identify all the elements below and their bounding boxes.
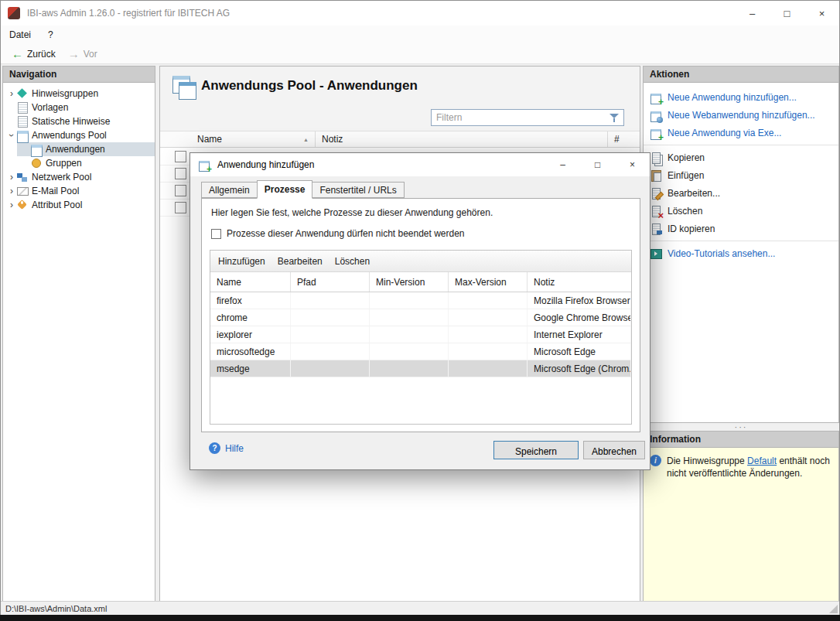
- process-table-header: Name Pfad Min-Version Max-Version Notiz: [210, 272, 631, 292]
- edit-process-button[interactable]: Bearbeiten: [278, 256, 323, 267]
- sidebar-item-gruppen[interactable]: Gruppen: [3, 156, 155, 170]
- resize-grip[interactable]: [829, 605, 838, 613]
- tab-allgemein[interactable]: Allgemein: [201, 182, 258, 198]
- column-header-notiz[interactable]: Notiz: [315, 131, 607, 147]
- action-label: Neue Anwendung hinzufügen...: [668, 92, 797, 103]
- action-label: Bearbeiten...: [668, 188, 720, 199]
- column-header-pfad[interactable]: Pfad: [291, 272, 370, 292]
- chevron-down-icon[interactable]: ›: [6, 130, 17, 141]
- action-copy[interactable]: Kopieren: [644, 148, 838, 166]
- row-checkbox[interactable]: [175, 185, 186, 196]
- cancel-button[interactable]: Abbrechen: [583, 441, 645, 459]
- process-row-msedge-selected[interactable]: msedge Microsoft Edge (Chrom...: [210, 360, 631, 377]
- sidebar-item-anwendungen[interactable]: Anwendungen: [3, 142, 155, 156]
- add-process-button[interactable]: Hinzufügen: [218, 256, 265, 267]
- sidebar-item-label: Anwendungen: [46, 144, 105, 155]
- video-tutorials-icon: [650, 247, 662, 260]
- menu-help[interactable]: ?: [39, 26, 62, 44]
- dialog-minimize-button[interactable]: –: [545, 153, 580, 176]
- grid-toolbar: Hinzufügen Bearbeiten Löschen: [210, 251, 631, 272]
- back-button[interactable]: ← Zurück: [5, 46, 62, 61]
- close-button[interactable]: ×: [804, 1, 839, 26]
- sidebar-item-hinweisgruppen[interactable]: › Hinweisgruppen: [3, 87, 155, 101]
- back-label: Zurück: [27, 49, 56, 60]
- sidebar-item-vorlagen[interactable]: Vorlagen: [3, 101, 155, 114]
- action-edit[interactable]: Bearbeiten...: [644, 184, 838, 202]
- process-row-chrome[interactable]: chrome Google Chrome Browser: [210, 309, 631, 326]
- action-copy-id[interactable]: ID kopieren: [644, 220, 838, 237]
- chevron-right-icon[interactable]: ›: [6, 186, 17, 196]
- default-group-link[interactable]: Default: [747, 456, 777, 466]
- save-button[interactable]: Speichern: [493, 441, 579, 459]
- help-link[interactable]: ? Hilfe: [209, 442, 244, 454]
- column-header-max-version[interactable]: Max-Version: [449, 272, 528, 292]
- action-new-web-application[interactable]: Neue Webanwendung hinzufügen...: [644, 106, 838, 124]
- column-header-count[interactable]: #: [607, 131, 640, 147]
- panel-splitter[interactable]: ···: [643, 423, 839, 431]
- netzwerk-pool-icon: [17, 172, 28, 183]
- row-checkbox[interactable]: [175, 168, 186, 179]
- back-arrow-icon: ←: [12, 48, 23, 60]
- copy-id-icon: [650, 223, 662, 235]
- cell-min-version: [370, 292, 449, 309]
- process-row-firefox[interactable]: firefox Mozilla Firefox Browser: [210, 292, 631, 309]
- sidebar-item-attribut-pool[interactable]: › Attribut Pool: [3, 198, 155, 212]
- column-header-name[interactable]: Name ▲: [191, 131, 315, 147]
- forward-button[interactable]: → Vor: [62, 46, 104, 61]
- minimize-icon: –: [560, 159, 565, 170]
- chevron-right-icon[interactable]: ›: [6, 200, 17, 210]
- sidebar-item-netzwerk-pool[interactable]: › Netzwerk Pool: [3, 170, 155, 184]
- dialog-close-button[interactable]: ×: [615, 153, 650, 176]
- process-row-microsoftedge[interactable]: microsoftedge Microsoft Edge: [210, 343, 631, 360]
- row-checkbox[interactable]: [175, 202, 186, 213]
- sidebar-item-statische-hinweise[interactable]: Statische Hinweise: [3, 114, 155, 128]
- no-kill-checkbox[interactable]: [211, 229, 221, 239]
- process-grid: Hinzufügen Bearbeiten Löschen Name Pfad …: [210, 250, 632, 425]
- add-application-icon: [198, 159, 210, 171]
- column-header-min-version[interactable]: Min-Version: [370, 272, 449, 292]
- close-icon: ×: [819, 8, 825, 19]
- action-new-application[interactable]: Neue Anwendung hinzufügen...: [644, 88, 838, 106]
- actions-header: Aktionen: [644, 67, 838, 83]
- information-header: Information: [644, 432, 838, 448]
- statische-hinweise-icon: [17, 116, 28, 127]
- no-kill-checkbox-row[interactable]: Prozesse dieser Anwendung dürfen nicht b…: [211, 228, 465, 239]
- column-header-notiz[interactable]: Notiz: [528, 272, 631, 292]
- sidebar-item-email-pool[interactable]: › E-Mail Pool: [3, 184, 155, 198]
- navigation-header: Navigation: [3, 67, 155, 83]
- edit-icon: [650, 187, 662, 200]
- cell-min-version: [370, 326, 449, 343]
- applications-table-header: Name ▲ Notiz #: [160, 131, 640, 148]
- minimize-icon: –: [750, 8, 755, 19]
- hinweisgruppen-icon: [17, 88, 28, 99]
- cell-pfad: [291, 360, 370, 377]
- navigation-tree: › Hinweisgruppen Vorlagen Statische Hinw…: [3, 83, 155, 212]
- prozesse-tab-page: Hier legen Sie fest, welche Prozesse zu …: [201, 198, 640, 432]
- maximize-button[interactable]: □: [770, 1, 804, 26]
- checkbox-label: Prozesse dieser Anwendung dürfen nicht b…: [227, 228, 465, 239]
- sidebar-item-anwendungs-pool[interactable]: › Anwendungs Pool: [3, 128, 155, 142]
- filter-input[interactable]: [431, 109, 624, 126]
- action-video-tutorials[interactable]: Video-Tutorials ansehen...: [644, 244, 838, 262]
- chevron-right-icon[interactable]: ›: [6, 88, 17, 99]
- close-icon: ×: [630, 159, 635, 170]
- minimize-button[interactable]: –: [735, 1, 770, 26]
- help-label: Hilfe: [225, 443, 244, 454]
- delete-icon: [650, 205, 662, 217]
- menu-bar: Datei ?: [1, 26, 839, 44]
- dialog-maximize-button[interactable]: □: [580, 153, 615, 176]
- tab-prozesse[interactable]: Prozesse: [257, 180, 313, 199]
- tab-fenstertitel-urls[interactable]: Fenstertitel / URLs: [312, 182, 404, 198]
- action-paste[interactable]: Einfügen: [644, 166, 838, 184]
- action-new-application-via-exe[interactable]: Neue Anwendung via Exe...: [644, 124, 838, 142]
- column-header-name[interactable]: Name: [210, 272, 291, 292]
- row-checkbox[interactable]: [175, 151, 186, 162]
- chevron-right-icon[interactable]: ›: [6, 172, 17, 183]
- action-delete[interactable]: Löschen: [644, 202, 838, 220]
- process-row-iexplorer[interactable]: iexplorer Internet Explorer: [210, 326, 631, 343]
- maximize-icon: □: [784, 8, 790, 19]
- sidebar-item-label: Attribut Pool: [32, 200, 82, 210]
- navigation-toolbar: ← Zurück → Vor: [1, 44, 839, 64]
- delete-process-button[interactable]: Löschen: [335, 256, 370, 267]
- menu-datei[interactable]: Datei: [1, 26, 39, 44]
